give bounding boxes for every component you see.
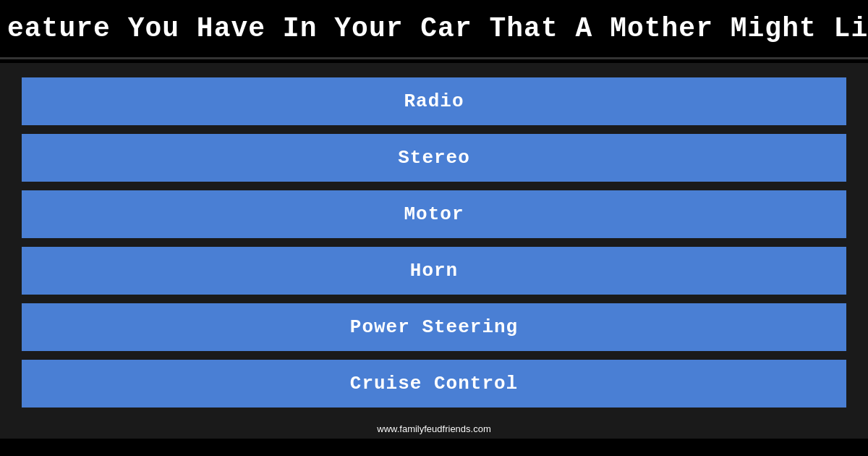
answer-button-6[interactable]: Cruise Control <box>22 360 846 408</box>
answer-button-1[interactable]: Radio <box>22 77 846 125</box>
answer-button-4[interactable]: Horn <box>22 247 846 295</box>
answer-button-3[interactable]: Motor <box>22 190 846 238</box>
answer-button-5[interactable]: Power Steering <box>22 303 846 351</box>
answer-button-2[interactable]: Stereo <box>22 134 846 182</box>
title-bar: eature You Have In Your Car That A Mothe… <box>0 0 868 59</box>
question-title: eature You Have In Your Car That A Mothe… <box>7 13 868 44</box>
footer-text: www.familyfeudfriends.com <box>377 423 491 434</box>
footer: www.familyfeudfriends.com <box>0 415 868 439</box>
answers-container: Radio Stereo Motor Horn Power Steering C… <box>0 63 868 415</box>
